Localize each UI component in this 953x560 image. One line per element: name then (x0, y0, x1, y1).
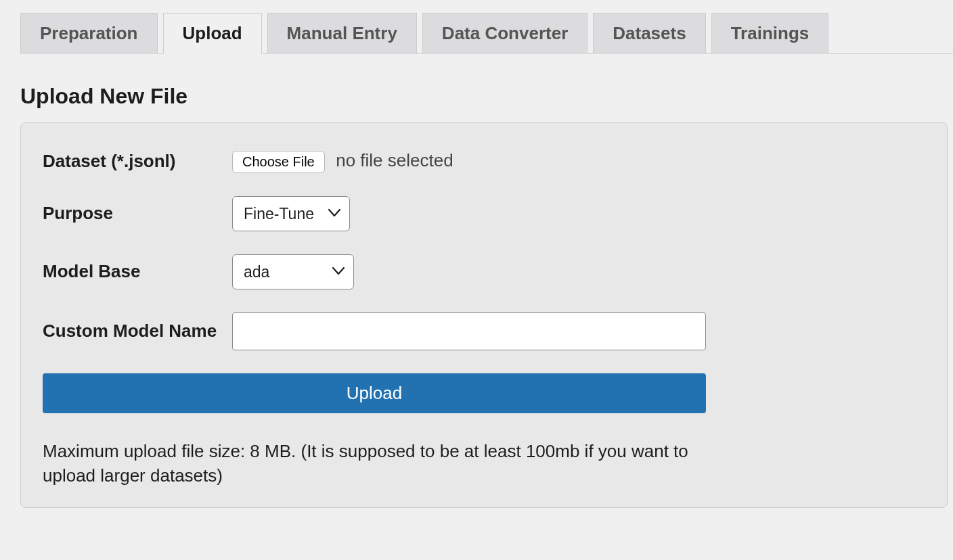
row-model-base: Model Base ada (43, 254, 927, 289)
tab-manual-entry[interactable]: Manual Entry (267, 13, 417, 54)
label-model-base: Model Base (43, 260, 232, 283)
tabs: Preparation Upload Manual Entry Data Con… (20, 12, 953, 54)
label-purpose: Purpose (43, 202, 232, 225)
tab-preparation[interactable]: Preparation (20, 13, 158, 54)
purpose-select[interactable]: Fine-Tune (232, 196, 350, 231)
file-status: no file selected (336, 150, 453, 170)
tab-trainings[interactable]: Trainings (711, 13, 829, 54)
tab-datasets[interactable]: Datasets (593, 13, 705, 54)
tab-upload[interactable]: Upload (163, 13, 262, 54)
upload-button[interactable]: Upload (43, 373, 706, 413)
page-title: Upload New File (20, 84, 953, 109)
row-dataset: Dataset (*.jsonl) Choose File no file se… (43, 150, 927, 173)
upload-note: Maximum upload file size: 8 MB. (It is s… (43, 439, 699, 488)
model-base-select[interactable]: ada (232, 254, 354, 289)
label-custom-model: Custom Model Name (43, 320, 232, 343)
upload-panel: Dataset (*.jsonl) Choose File no file se… (20, 122, 948, 508)
choose-file-button[interactable]: Choose File (232, 151, 325, 173)
custom-model-input[interactable] (232, 312, 706, 350)
row-purpose: Purpose Fine-Tune (43, 196, 927, 231)
row-custom-model: Custom Model Name (43, 312, 927, 350)
label-dataset: Dataset (*.jsonl) (43, 150, 232, 173)
tab-data-converter[interactable]: Data Converter (422, 13, 588, 54)
